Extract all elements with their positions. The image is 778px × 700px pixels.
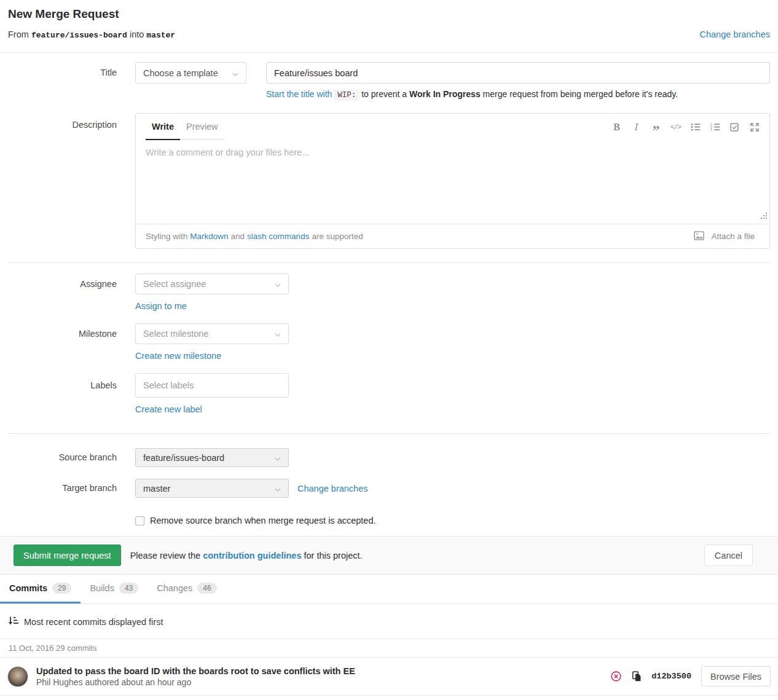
review-suffix: for this project.	[304, 551, 362, 560]
milestone-label: Milestone	[8, 323, 117, 344]
commit-meta: Phil Hughes authored about an hour ago	[36, 677, 355, 687]
tab-commits[interactable]: Commits 29	[0, 575, 81, 604]
branch-summary: From feature/issues-board into master Ch…	[8, 29, 770, 40]
header-divider	[0, 52, 778, 53]
target-branch-row: Target branch master Change branches	[8, 479, 770, 498]
chevron-down-icon	[275, 279, 281, 289]
fullscreen-icon[interactable]	[749, 122, 760, 133]
source-branch-row: Source branch feature/issues-board	[8, 448, 770, 467]
change-branches-link-top[interactable]: Change branches	[700, 29, 770, 39]
target-branch-ref: master	[146, 31, 175, 40]
wip-code: WIP:	[334, 90, 359, 101]
create-new-milestone-link[interactable]: Create new milestone	[135, 351, 221, 361]
markdown-toolbar: B I ” </> 123	[611, 114, 760, 140]
wip-hint-bold: Work In Progress	[409, 89, 481, 99]
change-branches-link[interactable]: Change branches	[297, 484, 367, 494]
commit-group-header: 11 Oct, 2016 29 commits	[0, 639, 778, 658]
attach-file-button[interactable]: Attach a file	[694, 231, 757, 242]
source-branch-select[interactable]: feature/issues-board	[135, 448, 289, 467]
contribution-guidelines-link[interactable]: contribution guidelines	[203, 551, 301, 560]
title-input[interactable]	[266, 62, 770, 84]
assignee-select[interactable]: Select assignee	[135, 273, 289, 294]
quote-icon[interactable]: ”	[651, 122, 661, 133]
slash-commands-link[interactable]: slash commands	[247, 232, 309, 241]
page-title: New Merge Request	[8, 7, 770, 21]
bullet-list-icon[interactable]	[690, 122, 701, 133]
task-list-icon[interactable]	[729, 122, 740, 133]
tab-builds[interactable]: Builds 43	[81, 575, 147, 604]
labels-select-placeholder: Select labels	[143, 380, 194, 390]
wip-hint-rest: merge request from being merged before i…	[483, 89, 678, 99]
template-dropdown[interactable]: Choose a template	[135, 62, 246, 84]
commits-count-badge: 29	[52, 583, 71, 594]
wip-hint-mid: to prevent a	[361, 89, 407, 99]
markdown-footer: Styling with Markdown and slash commands…	[136, 224, 769, 248]
review-prefix: Please review the	[130, 551, 200, 560]
into-label: into	[130, 29, 144, 39]
source-branch-label: Source branch	[8, 448, 117, 467]
ci-failed-icon[interactable]	[610, 671, 622, 682]
numbered-list-icon[interactable]: 123	[710, 122, 720, 133]
tab-changes-label: Changes	[157, 583, 192, 593]
wip-hint-row: Start the title with WIP: to prevent a W…	[8, 89, 770, 100]
description-label: Description	[8, 113, 117, 130]
assign-to-me-link[interactable]: Assign to me	[135, 301, 187, 311]
tab-preview[interactable]: Preview	[180, 114, 224, 140]
resize-grip-icon[interactable]	[761, 211, 768, 222]
commit-sha[interactable]: d12b3500	[651, 672, 691, 681]
avatar	[7, 666, 28, 687]
browse-files-button[interactable]: Browse Files	[701, 666, 771, 686]
sort-amount-icon	[8, 616, 18, 627]
commit-row: Updated to pass the board ID with the bo…	[0, 658, 778, 696]
chevron-down-icon	[232, 68, 238, 78]
wip-hint-link[interactable]: Start the title with	[266, 89, 332, 99]
cancel-button[interactable]: Cancel	[704, 545, 753, 566]
builds-count-badge: 43	[119, 583, 138, 594]
new-merge-request-page: New Merge Request From feature/issues-bo…	[0, 7, 778, 696]
form-actions-band: Submit merge request Please review the c…	[0, 536, 778, 575]
labels-select[interactable]: Select labels	[135, 373, 289, 398]
target-branch-select[interactable]: master	[135, 479, 289, 498]
are-supported-text: are supported	[312, 232, 363, 241]
description-section-divider	[8, 262, 770, 263]
description-textarea[interactable]	[146, 147, 760, 221]
attach-file-label: Attach a file	[711, 232, 755, 241]
target-branch-label: Target branch	[8, 479, 117, 498]
tab-write[interactable]: Write	[146, 114, 180, 140]
attach-image-icon	[694, 231, 704, 242]
review-guidelines-text: Please review the contribution guideline…	[130, 551, 363, 560]
assignee-label: Assignee	[8, 273, 117, 294]
changes-count-badge: 46	[197, 583, 216, 594]
styling-with-text: Styling with	[146, 232, 187, 241]
italic-icon[interactable]: I	[631, 122, 642, 133]
milestone-select-placeholder: Select milestone	[143, 329, 208, 339]
source-branch-ref: feature/issues-board	[31, 31, 127, 40]
commits-sort-row: Most recent commits displayed first	[0, 616, 778, 627]
remove-source-branch-checkbox[interactable]	[135, 516, 144, 525]
markdown-link[interactable]: Markdown	[190, 232, 228, 241]
merge-request-tabs: Commits 29 Builds 43 Changes 46	[0, 575, 778, 604]
title-label: Title	[8, 62, 117, 84]
submit-merge-request-button[interactable]: Submit merge request	[14, 545, 121, 566]
description-row: Description Write Preview B I ” </>	[8, 113, 770, 249]
and-text: and	[231, 232, 245, 241]
code-icon[interactable]: </>	[670, 122, 681, 133]
commit-title[interactable]: Updated to pass the board ID with the bo…	[36, 666, 355, 676]
chevron-down-icon	[275, 329, 281, 339]
remove-source-branch-label: Remove source branch when merge request …	[150, 516, 376, 525]
labels-label: Labels	[8, 373, 117, 398]
markdown-body	[136, 140, 769, 224]
tab-changes[interactable]: Changes 46	[147, 575, 226, 604]
bold-icon[interactable]: B	[611, 122, 622, 133]
chevron-down-icon	[275, 453, 281, 463]
milestone-select[interactable]: Select milestone	[135, 323, 289, 344]
title-row: Title Choose a template	[8, 62, 770, 84]
sort-note-text: Most recent commits displayed first	[24, 617, 163, 627]
markdown-header: Write Preview B I ” </> 123	[136, 114, 769, 140]
template-dropdown-value: Choose a template	[143, 68, 218, 78]
create-new-label-link[interactable]: Create new label	[135, 404, 202, 414]
milestone-row: Milestone Select milestone	[8, 323, 770, 344]
copy-commit-sha-icon[interactable]	[632, 671, 642, 682]
chevron-down-icon	[275, 484, 281, 494]
tab-commits-label: Commits	[9, 583, 47, 593]
